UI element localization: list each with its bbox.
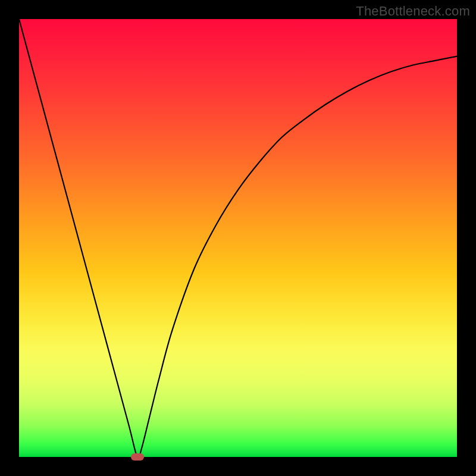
chart-frame: TheBottleneck.com xyxy=(0,0,476,476)
watermark-text: TheBottleneck.com xyxy=(356,4,470,19)
bottleneck-curve xyxy=(19,19,457,457)
optimum-marker xyxy=(131,453,144,461)
plot-area xyxy=(19,19,457,457)
